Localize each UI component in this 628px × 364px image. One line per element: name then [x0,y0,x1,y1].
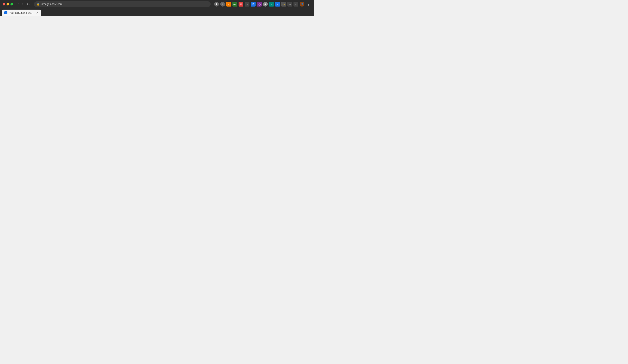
ext-teal1[interactable]: N [269,2,274,6]
ext-purple1[interactable]: ◯ [257,2,262,6]
ext-red1[interactable]: ⊞ [238,2,243,6]
ext-num4[interactable]: 4 [245,2,249,6]
tab-favicon [4,11,7,14]
active-tab[interactable]: Your tabExtend ov... ✕ [2,9,41,16]
menu-button[interactable]: ⋮ [306,2,312,6]
reload-button[interactable]: ↻ [26,2,30,7]
ext-green1[interactable]: 488 [233,2,237,6]
share-icon[interactable]: ⬆ [214,2,219,6]
extensions-bar: ⬆ ☆ ✏ 488 ⊞ 4 B ◯ ◉ N 31 desc ⊕ ▭ 👤 ⋮ [214,2,312,6]
address-bar[interactable]: 🔒 iamagainhere.com [34,1,211,7]
close-button[interactable] [2,3,5,5]
lock-icon: 🔒 [37,3,40,6]
url-display: iamagainhere.com [41,2,208,6]
back-button[interactable]: ‹ [16,2,19,6]
ext-blue1[interactable]: B [251,2,256,6]
ext-gray1[interactable]: ◉ [263,2,268,6]
browser-titlebar: ‹ › ↻ 🔒 iamagainhere.com ⬆ ☆ ✏ 488 ⊞ 4 B… [0,0,314,8]
tab-bar: Your tabExtend ov... ✕ [0,8,314,16]
ext-pencil[interactable]: ✏ [226,2,231,6]
minimize-button[interactable] [6,3,9,5]
ext-calendar[interactable]: 31 [275,2,280,6]
maximize-button[interactable] [10,3,13,5]
ext-avatar[interactable]: 👤 [300,2,305,6]
tab-close-icon[interactable]: ✕ [36,11,38,14]
ext-desc[interactable]: desc [281,2,286,6]
bookmark-icon[interactable]: ☆ [220,2,225,6]
traffic-lights [2,3,13,5]
ext-window[interactable]: ▭ [294,2,298,6]
ext-puzzle[interactable]: ⊕ [287,2,292,6]
tab-title: Your tabExtend ov... [9,11,34,14]
forward-button[interactable]: › [21,2,24,6]
